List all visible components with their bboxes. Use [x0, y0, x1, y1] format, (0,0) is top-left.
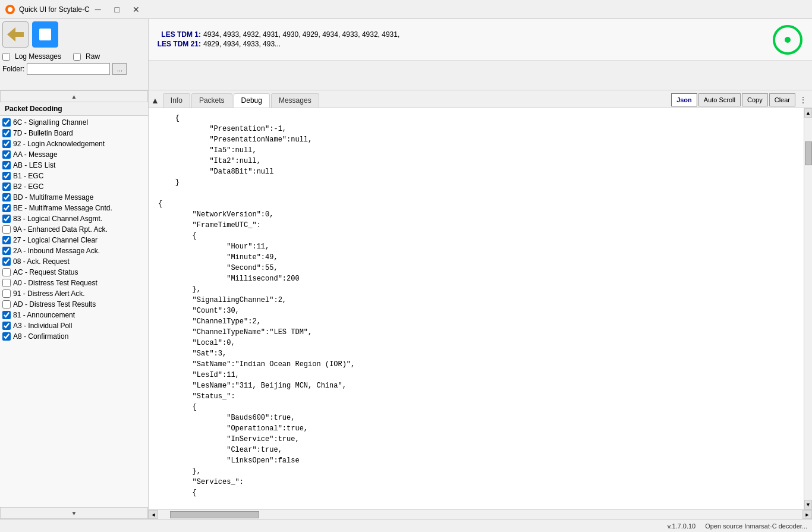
- checkbox-be[interactable]: [2, 204, 11, 212]
- log-messages-label: Log Messages: [15, 52, 61, 61]
- more-options-button[interactable]: ⋮: [797, 95, 810, 105]
- close-button[interactable]: ✕: [128, 3, 144, 16]
- tab-scroll-arrow[interactable]: ▲: [151, 96, 159, 105]
- back-button[interactable]: [2, 21, 29, 48]
- checkbox-label-be: BE - Multiframe Message Cntd.: [13, 204, 112, 212]
- raw-label: Raw: [86, 52, 100, 61]
- checkbox-item-ad: AD - Distress Test Results: [2, 299, 146, 310]
- log-messages-row: Log Messages Raw: [2, 52, 146, 61]
- checkbox-item-83: 83 - Logical Channel Asgmt.: [2, 213, 146, 224]
- tab-info[interactable]: Info: [163, 93, 190, 108]
- checkbox-27[interactable]: [2, 236, 11, 244]
- les-tdm1-label: LES TDM 1:: [153, 30, 201, 39]
- checkbox-item-a8: A8 - Confirmation: [2, 331, 146, 342]
- log-messages-checkbox[interactable]: [2, 53, 10, 61]
- top-area: Log Messages Raw Folder: ... LES TDM 1: …: [0, 19, 812, 90]
- toolbar-icons: [2, 21, 146, 48]
- checkbox-label-92: 92 - Login Acknowledgement: [13, 140, 105, 148]
- h-scroll-track: [158, 510, 802, 519]
- les-info: LES TDM 1: 4934, 4933, 4932, 4931, 4930,…: [149, 19, 812, 61]
- tab-messages[interactable]: Messages: [271, 93, 319, 108]
- status-bar: v.1.7.0.10 Open source Inmarsat-C decode…: [0, 519, 812, 532]
- scroll-up-btn[interactable]: ▲: [804, 108, 812, 118]
- tab-packets[interactable]: Packets: [191, 93, 232, 108]
- checkbox-item-2a: 2A - Inbound Message Ack.: [2, 245, 146, 256]
- checkbox-ac[interactable]: [2, 268, 11, 276]
- checkbox-label-b2: B2 - EGC: [13, 182, 43, 191]
- checkbox-item-81: 81 - Announcement: [2, 310, 146, 320]
- checkbox-label-a3: A3 - Individual Poll: [13, 322, 72, 330]
- checkbox-label-a0: A0 - Distress Test Request: [13, 279, 97, 287]
- title-bar-title: Quick UI for Scytale-C: [19, 5, 90, 14]
- checkbox-item-6c: 6C - Signalling Channel: [2, 117, 146, 128]
- checkbox-7d[interactable]: [2, 129, 11, 137]
- packet-decoding-title: Packet Decoding: [0, 102, 148, 116]
- checkbox-item-27: 27 - Logical Channel Clear: [2, 235, 146, 245]
- tab-container: InfoPacketsDebugMessages: [163, 93, 319, 108]
- scrollbar-thumb[interactable]: [805, 141, 812, 165]
- tool-btn-json[interactable]: Json: [671, 93, 697, 106]
- json-content[interactable]: { "Presentation":-1, "PresentationName":…: [149, 108, 804, 509]
- svg-marker-2: [7, 27, 24, 42]
- checkbox-91[interactable]: [2, 289, 11, 298]
- h-scroll-right-btn[interactable]: ►: [802, 510, 812, 519]
- bottom-scrollbar: ◄ ►: [149, 509, 812, 519]
- checkbox-08[interactable]: [2, 257, 11, 266]
- checkbox-item-08: 08 - Ack. Request: [2, 256, 146, 267]
- checkbox-item-a3: A3 - Individual Poll: [2, 320, 146, 331]
- raw-checkbox[interactable]: [73, 53, 81, 61]
- stop-button[interactable]: [32, 21, 58, 48]
- checkbox-aa[interactable]: [2, 150, 11, 159]
- checkbox-a8[interactable]: [2, 332, 11, 341]
- checkbox-a0[interactable]: [2, 279, 11, 287]
- checkbox-bd[interactable]: [2, 193, 11, 202]
- checkbox-b2[interactable]: [2, 182, 11, 191]
- les-tdm1-value: 4934, 4933, 4932, 4931, 4930, 4929, 4934…: [203, 30, 399, 39]
- checkbox-81[interactable]: [2, 311, 11, 319]
- checkbox-label-2a: 2A - Inbound Message Ack.: [13, 247, 100, 255]
- checkbox-label-91: 91 - Distress Alert Ack.: [13, 289, 85, 298]
- maximize-button[interactable]: □: [109, 3, 125, 16]
- checkbox-label-ac: AC - Request Status: [13, 268, 78, 276]
- checkbox-item-92: 92 - Login Acknowledgement: [2, 138, 146, 149]
- checkbox-item-be: BE - Multiframe Message Cntd.: [2, 203, 146, 213]
- tool-btn-clear[interactable]: Clear: [769, 93, 795, 106]
- checkbox-label-6c: 6C - Signalling Channel: [13, 118, 88, 127]
- scroll-up-arrow[interactable]: ▲: [0, 90, 148, 102]
- les-tdm21-label: LES TDM 21:: [153, 40, 201, 48]
- h-scroll-thumb[interactable]: [170, 511, 259, 518]
- checkbox-ab[interactable]: [2, 161, 11, 169]
- checkbox-label-83: 83 - Logical Channel Asgmt.: [13, 215, 102, 223]
- scroll-down-arrow[interactable]: ▼: [0, 507, 148, 519]
- checkbox-list: 6C - Signalling Channel7D - Bulletin Boa…: [0, 116, 148, 507]
- checkbox-6c[interactable]: [2, 118, 11, 127]
- h-scroll-left-btn[interactable]: ◄: [149, 510, 158, 519]
- bottom-area: ▲ Packet Decoding 6C - Signalling Channe…: [0, 90, 812, 519]
- checkbox-92[interactable]: [2, 140, 11, 148]
- checkbox-9a[interactable]: [2, 225, 11, 234]
- tool-btn-autoscroll[interactable]: Auto Scroll: [698, 93, 741, 106]
- app-icon: [5, 4, 15, 15]
- folder-input[interactable]: [27, 63, 110, 75]
- checkbox-item-9a: 9A - Enhanced Data Rpt. Ack.: [2, 224, 146, 235]
- minimize-button[interactable]: ─: [90, 3, 106, 16]
- scroll-down-btn[interactable]: ▼: [804, 500, 812, 509]
- svg-point-1: [8, 7, 12, 12]
- checkbox-b1[interactable]: [2, 172, 11, 180]
- checkbox-item-aa: AA - Message: [2, 149, 146, 160]
- folder-label: Folder:: [2, 65, 24, 73]
- checkbox-83[interactable]: [2, 215, 11, 223]
- right-top: LES TDM 1: 4934, 4933, 4932, 4931, 4930,…: [149, 19, 812, 90]
- checkbox-2a[interactable]: [2, 247, 11, 255]
- checkbox-label-27: 27 - Logical Channel Clear: [13, 236, 97, 244]
- folder-browse-button[interactable]: ...: [112, 63, 127, 75]
- checkbox-label-9a: 9A - Enhanced Data Rpt. Ack.: [13, 225, 108, 234]
- connection-indicator: [773, 25, 802, 55]
- folder-row: Folder: ...: [2, 63, 146, 75]
- checkbox-ad[interactable]: [2, 300, 11, 309]
- tool-btn-copy[interactable]: Copy: [742, 93, 768, 106]
- checkbox-item-bd: BD - Multiframe Message: [2, 192, 146, 203]
- tab-debug[interactable]: Debug: [234, 93, 270, 108]
- version-text: v.1.7.0.10: [668, 522, 696, 530]
- checkbox-a3[interactable]: [2, 322, 11, 330]
